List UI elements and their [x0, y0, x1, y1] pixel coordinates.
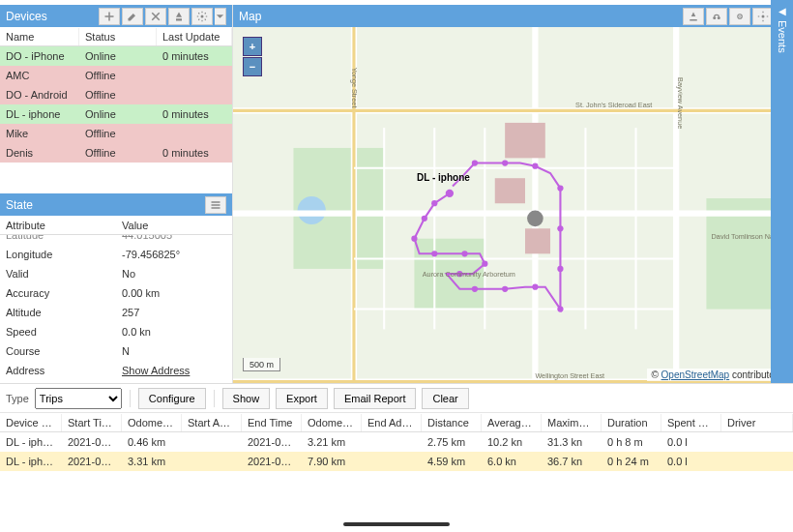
svg-point-44 — [557, 225, 563, 231]
state-toggle-button[interactable] — [205, 196, 226, 214]
state-row: Altitude257 — [0, 303, 232, 322]
svg-point-39 — [472, 286, 478, 292]
report-col[interactable]: Maximum S... — [542, 414, 602, 431]
osm-link[interactable]: OpenStreetMap — [661, 369, 730, 380]
col-last[interactable]: Last Update — [157, 28, 232, 45]
map-follow-button[interactable] — [706, 8, 727, 25]
svg-rect-28 — [505, 123, 545, 158]
device-row[interactable]: MikeOffline — [0, 124, 232, 143]
svg-point-33 — [422, 216, 427, 222]
chevron-left-icon: ◀ — [778, 6, 786, 16]
map-canvas[interactable]: St. John's Sideroad East Wellington Stre… — [233, 27, 793, 383]
show-address-link[interactable]: Show Address — [122, 365, 190, 376]
state-table-header: Attribute Value — [0, 216, 232, 235]
devices-header: Devices — [0, 5, 232, 27]
type-label: Type — [6, 393, 29, 404]
svg-point-41 — [532, 284, 538, 290]
report-col[interactable]: Average Sp... — [482, 414, 542, 431]
report-col[interactable]: Spent Fuel — [661, 414, 721, 431]
col-attribute[interactable]: Attribute — [0, 217, 116, 234]
device-menu-dropdown[interactable] — [215, 8, 226, 25]
clear-button[interactable]: Clear — [422, 388, 468, 409]
svg-rect-29 — [495, 178, 525, 203]
report-col[interactable]: Start Address — [182, 414, 242, 431]
home-indicator — [343, 522, 450, 526]
report-col[interactable]: End Address — [362, 414, 422, 431]
state-row: Speed0.0 kn — [0, 322, 232, 341]
device-row[interactable]: DO - AndroidOffline — [0, 85, 232, 104]
svg-point-5 — [762, 15, 765, 17]
svg-point-47 — [502, 160, 508, 165]
report-toolbar: Type Trips Configure Show Export Email R… — [0, 384, 793, 413]
col-name[interactable]: Name — [0, 28, 79, 45]
zoom-in-button[interactable]: + — [243, 37, 262, 56]
state-row: ValidNo — [0, 264, 232, 283]
svg-point-35 — [431, 251, 437, 256]
svg-rect-30 — [525, 228, 550, 253]
svg-point-34 — [411, 236, 417, 242]
add-device-button[interactable] — [99, 8, 120, 25]
zoom-out-button[interactable]: − — [243, 57, 262, 76]
svg-point-37 — [482, 261, 487, 267]
map-device-label: DL - iphone — [417, 172, 470, 183]
state-row: Latitude44.015005 — [0, 235, 232, 245]
state-title: State — [6, 198, 203, 212]
command-device-button[interactable] — [168, 8, 190, 25]
svg-point-45 — [557, 185, 563, 191]
road-label: Wellington Street East — [535, 371, 604, 380]
svg-point-1 — [713, 16, 716, 19]
map-geofence-button[interactable] — [683, 8, 704, 25]
report-col[interactable]: Start Time — [62, 414, 122, 431]
road-label: Yonge Street — [350, 68, 359, 108]
report-col[interactable]: Odometer E... — [302, 414, 362, 431]
svg-point-40 — [502, 286, 508, 292]
map-header: Map — [233, 5, 793, 27]
email-report-button[interactable]: Email Report — [334, 388, 417, 409]
state-row: AddressShow Address — [0, 361, 232, 380]
svg-point-36 — [461, 251, 467, 256]
report-col[interactable]: End Time — [242, 414, 302, 431]
svg-point-32 — [431, 200, 437, 206]
device-row[interactable]: AMCOffline — [0, 66, 232, 85]
state-row: CourseN — [0, 341, 232, 361]
svg-point-0 — [201, 15, 204, 17]
report-row[interactable]: DL - iphone2021-05-19 ...0.46 km2021-05-… — [0, 432, 793, 452]
state-header: State — [0, 193, 232, 216]
device-row[interactable]: DL - iphoneOnline0 minutes — [0, 104, 232, 124]
svg-point-42 — [557, 306, 563, 311]
report-col[interactable]: Odometer S... — [122, 414, 182, 431]
park-label: Aurora Community Arboretum — [423, 270, 515, 279]
device-settings-button[interactable] — [191, 8, 213, 25]
export-button[interactable]: Export — [276, 388, 328, 409]
report-table-header: Device NameStart TimeOdometer S...Start … — [0, 413, 793, 432]
svg-point-31 — [446, 190, 454, 197]
svg-point-46 — [532, 163, 538, 169]
device-row[interactable]: DO - iPhoneOnline0 minutes — [0, 46, 232, 66]
svg-point-49 — [527, 211, 543, 227]
col-status[interactable]: Status — [79, 28, 157, 45]
svg-point-4 — [739, 15, 741, 17]
remove-device-button[interactable] — [145, 8, 166, 25]
road-label: Bayview Avenue — [676, 77, 685, 129]
report-col[interactable]: Distance — [422, 414, 482, 431]
report-row[interactable]: DL - iphone2021-05-19 ...3.31 km2021-05-… — [0, 452, 793, 471]
col-value[interactable]: Value — [116, 217, 232, 234]
report-col[interactable]: Duration — [602, 414, 661, 431]
svg-point-48 — [472, 160, 478, 165]
map-title: Map — [239, 10, 681, 23]
device-row[interactable]: DenisOffline0 minutes — [0, 143, 232, 163]
events-title: Events — [777, 20, 788, 53]
report-type-select[interactable]: Trips — [35, 388, 122, 409]
edit-device-button[interactable] — [122, 8, 143, 25]
configure-button[interactable]: Configure — [138, 388, 206, 409]
report-col[interactable]: Driver — [721, 414, 793, 431]
road-label: St. John's Sideroad East — [575, 101, 652, 109]
report-col[interactable]: Device Name — [0, 414, 62, 431]
state-row: Accuracy0.00 km — [0, 283, 232, 303]
map-live-button[interactable] — [729, 8, 750, 25]
events-panel-collapsed[interactable]: ◀ Events — [771, 0, 793, 383]
devices-title: Devices — [6, 10, 97, 23]
map-scale: 500 m — [243, 358, 280, 371]
devices-table-header: Name Status Last Update — [0, 27, 232, 46]
show-button[interactable]: Show — [222, 388, 271, 409]
